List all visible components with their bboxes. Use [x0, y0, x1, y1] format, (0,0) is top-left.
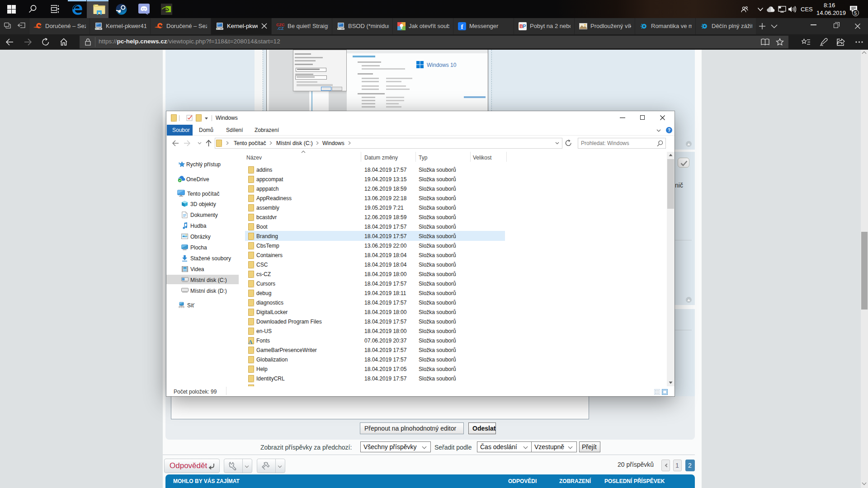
svg-text:A: A	[248, 338, 253, 344]
